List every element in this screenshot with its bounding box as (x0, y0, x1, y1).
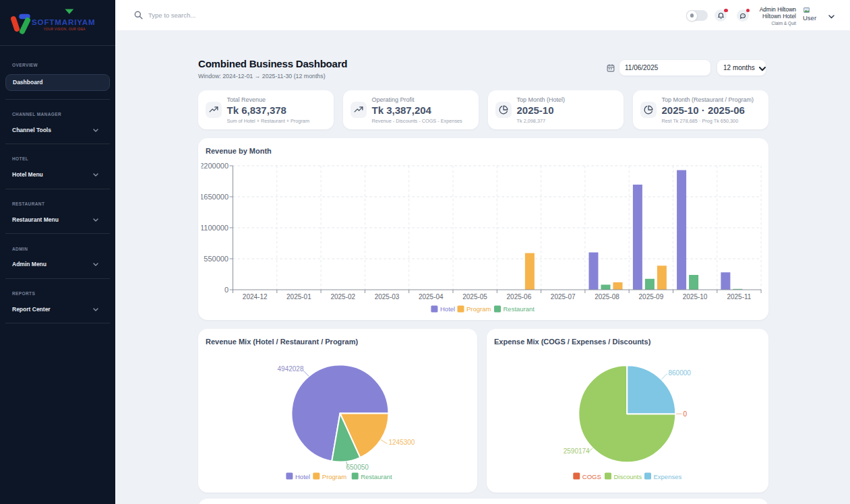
svg-text:2025-04: 2025-04 (419, 293, 444, 301)
svg-text:860000: 860000 (669, 369, 692, 377)
svg-text:4942028: 4942028 (278, 365, 304, 373)
svg-text:Discounts: Discounts (614, 473, 642, 480)
svg-text:SOFTMARIYAM: SOFTMARIYAM (32, 18, 95, 26)
svg-text:Restaurant: Restaurant (504, 305, 535, 313)
svg-text:2024-12: 2024-12 (243, 293, 268, 301)
svg-text:2025-05: 2025-05 (462, 293, 487, 301)
svg-text:2025-03: 2025-03 (375, 293, 400, 301)
svg-text:YOUR VISION, OUR IDEA: YOUR VISION, OUR IDEA (43, 28, 86, 31)
svg-text:Hotel: Hotel (440, 305, 455, 313)
svg-text:2025-10: 2025-10 (683, 293, 708, 301)
svg-text:2200000: 2200000 (200, 162, 229, 170)
svg-text:0: 0 (224, 286, 229, 294)
svg-text:Restaurant: Restaurant (361, 473, 392, 480)
svg-text:2025-02: 2025-02 (330, 293, 355, 301)
svg-text:2025-09: 2025-09 (639, 293, 664, 301)
svg-text:1650000: 1650000 (200, 193, 229, 201)
svg-text:2025-01: 2025-01 (286, 293, 311, 301)
svg-text:2025-11: 2025-11 (727, 293, 751, 301)
svg-text:2025-07: 2025-07 (551, 293, 576, 301)
svg-text:2590174: 2590174 (564, 447, 590, 455)
svg-text:1100000: 1100000 (200, 224, 229, 232)
svg-text:550000: 550000 (204, 255, 229, 263)
svg-text:Hotel: Hotel (295, 473, 310, 480)
svg-text:2025-06: 2025-06 (507, 293, 532, 301)
svg-text:Expenses: Expenses (654, 473, 682, 480)
svg-text:COGS: COGS (582, 473, 601, 480)
svg-text:Program: Program (466, 305, 491, 313)
svg-text:2025-08: 2025-08 (595, 293, 619, 301)
svg-text:Program: Program (322, 473, 347, 480)
svg-text:1245300: 1245300 (389, 439, 415, 446)
svg-text:0: 0 (684, 410, 688, 418)
svg-text:650050: 650050 (346, 464, 369, 471)
